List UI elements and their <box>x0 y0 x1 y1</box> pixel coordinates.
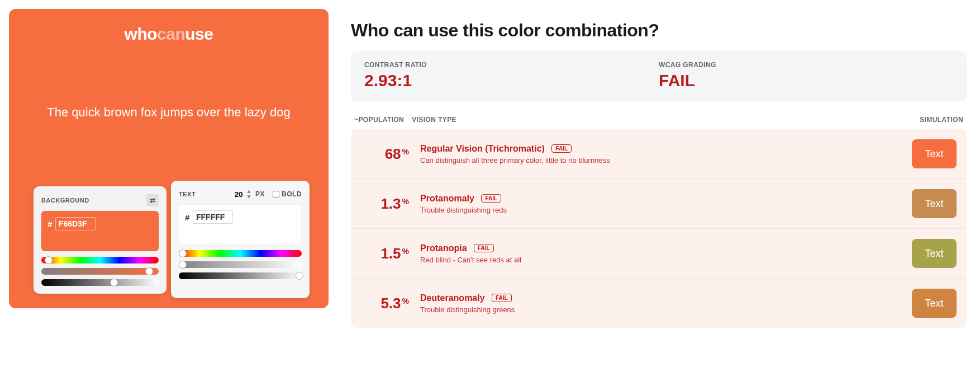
px-label: PX <box>255 190 265 198</box>
text-label: TEXT <box>179 191 196 197</box>
font-size-input[interactable] <box>225 190 243 199</box>
vision-type-cell: Protanopia FAIL Red blind - Can't see re… <box>408 243 912 264</box>
hash-symbol: # <box>47 219 52 229</box>
percent-symbol: % <box>402 297 409 305</box>
status-badge: FAIL <box>492 294 512 302</box>
population-value: 5.3% <box>362 295 408 312</box>
status-badge: FAIL <box>481 194 501 203</box>
swap-colors-button[interactable]: ⇄ <box>146 194 159 206</box>
population-value: 1.3% <box>362 195 408 213</box>
preview-panel: whocanuse The quick brown fox jumps over… <box>9 9 329 308</box>
sample-text: The quick brown fox jumps over the lazy … <box>47 105 290 120</box>
vision-name: Protanopia <box>420 243 467 253</box>
vision-rows: 68% Regular Vision (Trichromatic) FAIL C… <box>351 129 967 328</box>
vision-name: Protanomaly <box>420 194 474 204</box>
bold-checkbox[interactable] <box>273 191 279 197</box>
vision-description: Red blind - Can't see reds at all <box>420 256 912 264</box>
text-lightness-slider[interactable] <box>179 272 302 279</box>
population-value: 1.5% <box>362 245 408 262</box>
vision-row: 68% Regular Vision (Trichromatic) FAIL C… <box>351 129 967 179</box>
font-controls: ▲▼ PX BOLD <box>225 189 302 200</box>
col-simulation: SIMULATION <box>920 116 963 124</box>
vision-name: Regular Vision (Trichromatic) <box>420 144 545 154</box>
wcag-grade-metric: WCAG GRADING FAIL <box>659 61 953 90</box>
metrics-bar: CONTRAST RATIO 2.93:1 WCAG GRADING FAIL <box>351 51 967 101</box>
bold-text: BOLD <box>282 190 302 198</box>
wcag-grade-label: WCAG GRADING <box>659 61 953 69</box>
list-header: ~POPULATION VISION TYPE SIMULATION <box>351 116 967 129</box>
vision-description: Trouble distinguishing reds <box>420 206 912 214</box>
vision-type-cell: Protanomaly FAIL Trouble distinguishing … <box>408 194 912 214</box>
results-panel: Who can use this color combination? CONT… <box>351 9 971 328</box>
col-vision-type: VISION TYPE <box>412 116 456 124</box>
logo-use: use <box>185 25 213 43</box>
status-badge: FAIL <box>551 144 572 153</box>
vision-description: Can distinguish all three primary color,… <box>420 156 912 164</box>
bold-checkbox-label[interactable]: BOLD <box>273 190 302 198</box>
text-picker: TEXT ▲▼ PX BOLD # <box>171 181 310 298</box>
vision-row: 5.3% Deuteranomaly FAIL Trouble distingu… <box>351 279 967 328</box>
font-size-stepper[interactable]: ▲▼ <box>246 189 252 200</box>
col-population: ~POPULATION <box>354 116 404 124</box>
simulation-swatch: Text <box>912 239 957 268</box>
background-label: BACKGROUND <box>41 197 89 204</box>
page-title: Who can use this color combination? <box>351 20 967 41</box>
logo: whocanuse <box>125 25 213 44</box>
simulation-swatch: Text <box>912 189 957 218</box>
bg-hue-slider[interactable] <box>41 257 159 264</box>
contrast-ratio-metric: CONTRAST RATIO 2.93:1 <box>364 61 659 90</box>
wcag-grade-value: FAIL <box>659 71 953 90</box>
bg-lightness-slider[interactable] <box>41 279 159 286</box>
logo-who: who <box>125 25 158 43</box>
percent-symbol: % <box>402 247 409 256</box>
vision-type-cell: Regular Vision (Trichromatic) FAIL Can d… <box>408 144 912 164</box>
population-value: 68% <box>362 145 408 163</box>
simulation-swatch: Text <box>912 289 957 318</box>
vision-type-cell: Deuteranomaly FAIL Trouble distinguishin… <box>408 293 912 314</box>
contrast-ratio-value: 2.93:1 <box>364 71 659 90</box>
vision-row: 1.5% Protanopia FAIL Red blind - Can't s… <box>351 229 967 279</box>
logo-can: can <box>157 25 185 43</box>
simulation-swatch: Text <box>912 139 957 168</box>
bg-saturation-slider[interactable] <box>41 268 159 275</box>
background-hex-input[interactable] <box>55 217 96 230</box>
hash-symbol: # <box>185 213 189 222</box>
vision-row: 1.3% Protanomaly FAIL Trouble distinguis… <box>351 179 967 229</box>
background-swatch[interactable]: # <box>41 211 159 251</box>
percent-symbol: % <box>402 197 409 206</box>
percent-symbol: % <box>402 147 409 156</box>
text-hex-input[interactable] <box>193 210 233 224</box>
status-badge: FAIL <box>474 244 494 252</box>
text-saturation-slider[interactable] <box>179 261 302 268</box>
contrast-ratio-label: CONTRAST RATIO <box>364 61 659 69</box>
vision-name: Deuteranomaly <box>420 293 485 303</box>
text-swatch[interactable]: # <box>179 204 302 244</box>
background-picker: BACKGROUND ⇄ # <box>34 186 166 294</box>
text-hue-slider[interactable] <box>179 250 302 257</box>
vision-description: Trouble distinguishing greens <box>420 305 912 314</box>
